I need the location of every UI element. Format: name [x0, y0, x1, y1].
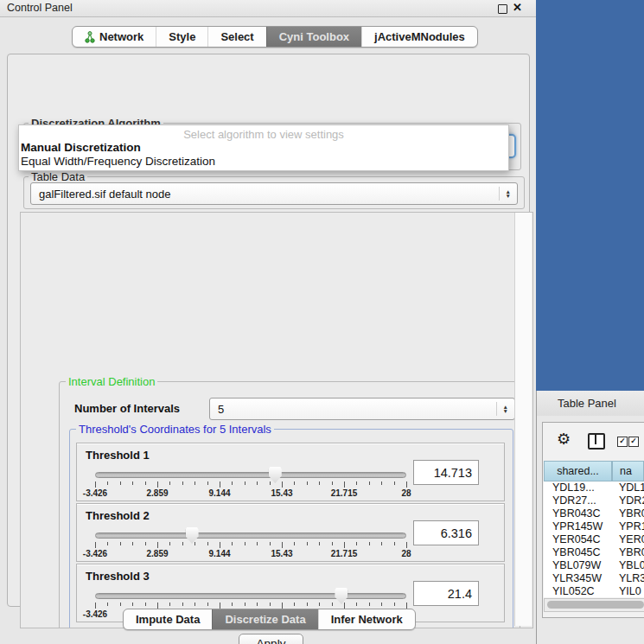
dropdown-items: Manual DiscretizationEqual Width/Frequen…: [19, 141, 508, 169]
slider-track[interactable]: [95, 472, 406, 478]
table-hscrollbar[interactable]: [544, 598, 644, 612]
threshold-value-field[interactable]: 14.713: [413, 460, 479, 485]
table-toolbar: ⚙ ✓ ✓: [545, 429, 644, 455]
algorithm-dropdown-popup: Select algorithm to view settings Manual…: [18, 124, 509, 171]
slider-tick-labels: -3.4262.8599.14415.4321.71528: [95, 488, 406, 498]
number-of-intervals-combobox[interactable]: 5 ▲ ▼: [209, 398, 515, 420]
interval-definition-label: Interval Definition: [66, 375, 157, 388]
tab-select[interactable]: Select: [207, 27, 265, 47]
table-hscrollbar-thumb[interactable]: [547, 601, 644, 609]
table-row[interactable]: YDR27...YDR2: [544, 494, 644, 507]
tab-cyni-toolbox[interactable]: Cyni Toolbox: [266, 27, 361, 47]
settings-scrollbar[interactable]: [514, 213, 532, 626]
bottom-tab-bar: Impute DataDiscretize DataInfer Network: [123, 609, 416, 630]
control-panel-titlebar: Control Panel ✕: [0, 0, 536, 17]
tab-style[interactable]: Style: [156, 27, 207, 47]
stepper-arrows-icon[interactable]: ▲ ▼: [499, 187, 517, 201]
top-tab-bar: NetworkStyleSelectCyni ToolboxjActiveMNo…: [72, 26, 478, 48]
threshold-slider[interactable]: [95, 590, 406, 601]
checkbox-icon[interactable]: ✓: [628, 437, 639, 447]
checkbox-icon[interactable]: ✓: [617, 437, 628, 447]
table-data-label: Table Data: [29, 170, 87, 183]
tab-infer-network[interactable]: Infer Network: [318, 609, 415, 629]
slider-ticks: [95, 481, 406, 488]
tab-network[interactable]: Network: [73, 27, 156, 47]
cyni-toolbox-panel: Discretization Algorithm Select algorith…: [7, 54, 530, 607]
threshold-label: Threshold 2: [86, 509, 150, 522]
threshold-label: Threshold 3: [86, 570, 150, 583]
slider-track[interactable]: [95, 532, 406, 539]
table-row[interactable]: YBR045CYBR0: [544, 546, 644, 559]
threshold-value-field[interactable]: 21.4: [413, 581, 479, 606]
network-desktop: GAL80GCGAL11GAL4GCY1HHAP2: [536, 0, 644, 391]
panel-title: Control Panel: [7, 2, 73, 14]
table-panel-titlebar: Table Panel: [537, 391, 644, 417]
tab-jactivemnodules[interactable]: jActiveMNodules: [361, 27, 477, 47]
slider-tick-labels: -3.4262.8599.14415.4321.71528: [95, 549, 406, 558]
dropdown-placeholder: Select algorithm to view settings: [19, 125, 508, 141]
close-icon[interactable]: ✕: [513, 1, 522, 14]
thresholds-group-label: Threshold's Coordinates for 5 Intervals: [76, 423, 274, 436]
threshold-value-field[interactable]: 6.316: [413, 520, 479, 545]
table-data-combobox[interactable]: galFiltered.sif default node ▲ ▼: [30, 182, 518, 205]
table-row[interactable]: YBR043CYBR0: [544, 507, 644, 520]
table-panel-title: Table Panel: [558, 397, 616, 410]
node-table: shared... na YDL19...YDL1YDR27...YDR2YBR…: [544, 461, 644, 597]
stepper-arrows-icon[interactable]: ▲ ▼: [496, 402, 514, 417]
number-of-intervals-label: Number of Intervals: [74, 402, 180, 415]
apply-button[interactable]: Apply: [239, 634, 303, 644]
network-graph-icon: [85, 31, 95, 43]
table-row[interactable]: YDL19...YDL1: [544, 481, 644, 494]
columns-icon[interactable]: [588, 433, 605, 450]
float-window-icon[interactable]: [498, 4, 507, 14]
threshold-panel: Threshold 1 -3.4262.8599.14415.4321.7152…: [76, 443, 505, 501]
threshold-slider[interactable]: [95, 530, 406, 540]
tab-impute-data[interactable]: Impute Data: [124, 609, 212, 629]
table-row[interactable]: YIL052CYIL0: [544, 585, 644, 598]
settings-scrollpane: Interval Definition Number of Intervals …: [20, 212, 533, 628]
table-row[interactable]: YLR345WYLR3: [544, 572, 644, 585]
table-data-value: galFiltered.sif default node: [31, 188, 499, 201]
dropdown-item[interactable]: Equal Width/Frequency Discretization: [19, 155, 508, 169]
threshold-label: Threshold 1: [86, 449, 150, 462]
app-root: Control Panel ✕ NetworkStyleSelectCyni T…: [0, 0, 644, 644]
slider-track[interactable]: [95, 593, 406, 599]
table-row[interactable]: YPR145WYPR1: [544, 520, 644, 533]
table-row[interactable]: YBL079WYBL0: [544, 559, 644, 572]
column-header-shared-name[interactable]: shared...: [544, 461, 612, 481]
threshold-panel: Threshold 2 -3.4262.8599.14415.4321.7152…: [76, 503, 505, 562]
dropdown-item[interactable]: Manual Discretization: [19, 141, 508, 155]
threshold-slider[interactable]: [95, 469, 406, 480]
tab-discretize-data[interactable]: Discretize Data: [212, 609, 317, 629]
gear-icon[interactable]: ⚙: [557, 431, 571, 447]
number-of-intervals-value: 5: [210, 403, 496, 416]
slider-ticks: [95, 542, 406, 549]
table-row[interactable]: YER054CYER0: [544, 533, 644, 546]
column-header-name[interactable]: na: [612, 461, 644, 481]
control-panel-window: Control Panel ✕ NetworkStyleSelectCyni T…: [0, 0, 537, 644]
